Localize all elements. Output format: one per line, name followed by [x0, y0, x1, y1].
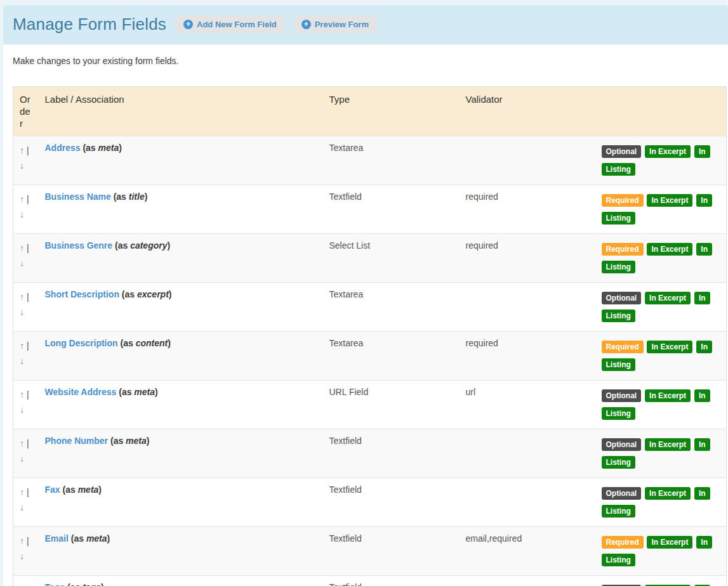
table-row: ↑ | ↓ Business Genre (as category) Selec…: [13, 234, 727, 283]
order-cell: ↑ | ↓: [13, 283, 39, 332]
move-up-arrow-link[interactable]: ↑: [20, 487, 24, 497]
validator-cell: [460, 429, 595, 478]
move-up-arrow-link[interactable]: ↑: [20, 145, 24, 155]
move-down-arrow-link[interactable]: ↓: [20, 160, 24, 171]
move-down-arrow-link[interactable]: ↓: [20, 209, 24, 219]
assoc-close: ): [147, 436, 150, 446]
field-label-link[interactable]: Business Name: [45, 192, 111, 202]
badge-optional: Optional: [602, 145, 642, 158]
field-label-link[interactable]: Email: [45, 533, 69, 544]
move-down-arrow-link[interactable]: ↓: [20, 258, 24, 268]
assoc-open: (as: [110, 436, 123, 446]
validator-cell: [460, 283, 595, 332]
badges-cell: Optional In Excerpt In Listing: [595, 136, 727, 185]
badge-optional: Optional: [602, 389, 642, 402]
column-header-badges: [595, 87, 727, 136]
association-name: title: [129, 192, 145, 202]
assoc-open: (as: [121, 338, 133, 348]
field-label-link[interactable]: Phone Number: [45, 436, 109, 446]
assoc-open: (as: [71, 533, 84, 544]
badge-list: Optional In Excerpt In Listing: [602, 439, 711, 467]
type-cell: Textfield: [323, 429, 460, 478]
assoc-close: ): [145, 192, 148, 202]
assoc-close: ): [119, 143, 122, 153]
order-separator: |: [27, 145, 29, 155]
page-header-band: Manage Form Fields + Add New Form Field …: [3, 5, 728, 44]
move-down-arrow-link[interactable]: ↓: [20, 502, 24, 512]
label-cell: Long Description (as content): [39, 332, 323, 381]
type-cell: Textfield: [323, 478, 460, 527]
badge-tag: In Excerpt: [645, 487, 691, 500]
order-cell: ↑ | ↓: [13, 136, 39, 185]
move-down-arrow-link[interactable]: ↓: [20, 307, 24, 317]
table-row: ↑ | ↓ Phone Number (as meta) Textfield O…: [13, 429, 727, 478]
association-name: meta: [98, 143, 119, 153]
badge-tag: In Excerpt: [647, 194, 692, 207]
validator-cell: [460, 136, 595, 185]
move-down-arrow-link[interactable]: ↓: [20, 405, 24, 415]
move-up-arrow-link[interactable]: ↑: [20, 292, 24, 302]
move-down-arrow-link[interactable]: ↓: [20, 453, 24, 464]
move-up-arrow-link[interactable]: ↑: [20, 194, 24, 204]
move-up-arrow-link[interactable]: ↑: [20, 389, 24, 400]
badges-cell: Required In Excerpt In Listing: [595, 234, 727, 283]
badge-list: Optional In Excerpt In Listing: [602, 146, 711, 174]
association-text: (as meta): [110, 436, 149, 446]
table-header: Order Label / Association Type Validator: [13, 87, 727, 136]
field-label-link[interactable]: Business Genre: [45, 240, 113, 251]
type-cell: Textfield: [323, 576, 460, 586]
association-text: (as category): [115, 240, 170, 251]
assoc-open: (as: [83, 143, 95, 153]
order-separator: |: [27, 536, 29, 546]
assoc-close: ): [98, 485, 102, 495]
assoc-close: ): [169, 289, 172, 299]
table-row: ↑ | ↓ Website Address (as meta) URL Fiel…: [13, 381, 727, 429]
badge-tag: In Excerpt: [647, 243, 692, 256]
table-row: ↑ | ↓ Email (as meta) Textfield email,re…: [13, 527, 727, 576]
order-separator: |: [27, 243, 29, 253]
add-new-form-field-button[interactable]: + Add New Form Field: [176, 16, 284, 33]
assoc-close: ): [155, 387, 158, 397]
order-cell: ↑ | ↓: [13, 234, 39, 283]
move-up-arrow-link[interactable]: ↑: [20, 341, 24, 351]
field-label-link[interactable]: Short Description: [45, 289, 119, 299]
validator-cell: required: [460, 234, 595, 283]
field-label-link[interactable]: Tags: [45, 582, 65, 586]
badges-cell: Optional In Excerpt In Listing: [595, 381, 727, 429]
preview-form-button[interactable]: + Preview Form: [294, 16, 376, 33]
page-title: Manage Form Fields: [13, 15, 166, 34]
field-label-link[interactable]: Fax: [45, 485, 60, 495]
badge-list: Optional In Excerpt In Listing: [602, 292, 711, 320]
form-fields-table: Order Label / Association Type Validator…: [13, 86, 727, 586]
assoc-open: (as: [114, 192, 126, 202]
plus-circle-icon: +: [183, 20, 193, 29]
badge-tag: In Excerpt: [645, 145, 691, 158]
badges-cell: Optional In Excerpt In Listing: [595, 478, 727, 527]
association-name: category: [130, 240, 167, 251]
move-down-arrow-link[interactable]: ↓: [20, 551, 24, 561]
validator-cell: [460, 576, 595, 586]
move-down-arrow-link[interactable]: ↓: [20, 356, 24, 366]
validator-cell: email,required: [460, 527, 595, 576]
association-name: tags: [83, 582, 101, 586]
order-separator: |: [27, 438, 29, 448]
badge-list: Optional In Excerpt In Listing: [602, 390, 711, 418]
type-cell: URL Field: [323, 381, 460, 429]
badge-list: Required In Excerpt In Listing: [602, 341, 714, 369]
field-label-link[interactable]: Website Address: [45, 387, 117, 397]
column-header-validator: Validator: [460, 87, 595, 136]
assoc-open: (as: [119, 387, 131, 397]
move-up-arrow-link[interactable]: ↑: [20, 536, 24, 546]
move-up-arrow-link[interactable]: ↑: [20, 438, 24, 448]
association-text: (as tags): [67, 582, 104, 586]
field-label-link[interactable]: Long Description: [45, 338, 118, 348]
column-header-order: Order: [13, 87, 39, 136]
field-label-link[interactable]: Address: [45, 143, 81, 153]
assoc-close: ): [101, 582, 104, 586]
badge-required: Required: [602, 341, 644, 353]
validator-cell: [460, 478, 595, 527]
move-up-arrow-link[interactable]: ↑: [20, 243, 24, 253]
assoc-open: (as: [67, 582, 80, 586]
badge-tag: In Excerpt: [645, 389, 691, 402]
order-cell: ↑ | ↓: [13, 429, 39, 478]
